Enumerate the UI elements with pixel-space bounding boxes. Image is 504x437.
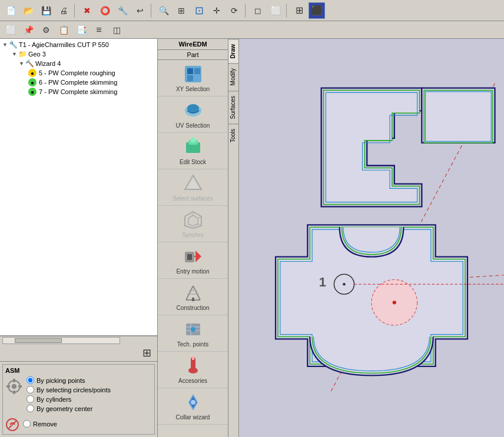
s7-button[interactable]: ◫ bbox=[108, 22, 125, 38]
wire-item-tech-points[interactable]: Tech. points bbox=[158, 315, 228, 352]
tree-scrollbar[interactable] bbox=[2, 337, 120, 344]
synchro-label: Synchro bbox=[182, 232, 204, 238]
uv-selection-label: UV Selection bbox=[176, 122, 210, 129]
tab-modify[interactable]: Modify bbox=[228, 63, 238, 90]
cube-button[interactable]: ⬜ bbox=[267, 2, 284, 19]
sep3 bbox=[245, 4, 247, 18]
s1-button[interactable]: ⬜ bbox=[2, 22, 19, 38]
uv-selection-icon bbox=[183, 100, 204, 121]
tree-item-pw7[interactable]: ● 7 - PW Complete skimming bbox=[1, 87, 156, 96]
svg-rect-2 bbox=[13, 379, 15, 382]
svg-rect-10 bbox=[194, 68, 200, 74]
sep2 bbox=[151, 4, 153, 18]
svg-point-55 bbox=[393, 301, 396, 304]
tech-points-icon bbox=[183, 319, 204, 340]
entry-motion-icon bbox=[183, 246, 204, 267]
print-button[interactable]: 🖨 bbox=[55, 2, 72, 19]
tree-item-pw5[interactable]: ● 5 - PW Complete roughing bbox=[1, 68, 156, 78]
tree-item-t1[interactable]: ▼ 🔧 T1 - AgieCharmilles CUT P 550 bbox=[1, 40, 156, 49]
tree-scrollbar-area[interactable] bbox=[0, 336, 157, 344]
s3-button[interactable]: ⚙ bbox=[38, 22, 54, 38]
asm-option-cylinders[interactable]: By cylinders bbox=[26, 395, 152, 403]
tree-item-pw6[interactable]: ● 6 - PW Complete skimming bbox=[1, 78, 156, 87]
tree-item-wizard4[interactable]: ▼ 🔨 Wizard 4 bbox=[1, 59, 156, 68]
s2-button[interactable]: 📌 bbox=[20, 22, 37, 38]
wire-panel: WireEDM Part XY Selection bbox=[158, 39, 228, 437]
svg-rect-17 bbox=[191, 138, 195, 142]
svg-rect-5 bbox=[18, 385, 22, 388]
tab-draw[interactable]: Draw bbox=[228, 39, 238, 63]
asm-panel: ASM By picking point bbox=[2, 364, 155, 435]
svg-point-39 bbox=[191, 327, 195, 332]
wire-item-uv-selection[interactable]: UV Selection bbox=[158, 96, 228, 133]
s6-button[interactable]: ≡ bbox=[91, 22, 107, 38]
wire-item-xy-selection[interactable]: XY Selection bbox=[158, 60, 228, 96]
wire-item-construction[interactable]: Construction bbox=[158, 279, 228, 315]
asm-gear-icon bbox=[5, 378, 23, 395]
svg-marker-21 bbox=[188, 215, 198, 226]
save-button[interactable]: 💾 bbox=[38, 2, 54, 19]
wire-panel-items: XY Selection UV Selection bbox=[158, 60, 228, 437]
tab-surfaces[interactable]: Surfaces bbox=[228, 91, 238, 124]
active-button[interactable]: ⬛ bbox=[309, 2, 325, 19]
asm-option-picking[interactable]: By picking points bbox=[26, 376, 152, 384]
svg-point-45 bbox=[191, 400, 195, 405]
svg-rect-3 bbox=[13, 391, 15, 394]
svg-marker-19 bbox=[187, 179, 199, 188]
view3d-button[interactable]: ◻ bbox=[250, 2, 266, 19]
top-toolbar: 📄 📂 💾 🖨 ✖ ⭕ 🔧 ↩ 🔍 ⊞ ⊡ ✛ ⟳ ◻ ⬜ ⊞ ⬛ bbox=[0, 0, 504, 21]
remove-icon bbox=[5, 418, 19, 432]
asm-option-geometry[interactable]: By geometry center bbox=[26, 405, 152, 412]
delete-button[interactable]: ✖ bbox=[79, 2, 95, 19]
asm-remove-row[interactable]: Remove bbox=[23, 420, 57, 428]
fit-button[interactable]: ⊡ bbox=[191, 2, 207, 19]
asm-option-circles[interactable]: By selecting circles/points bbox=[26, 386, 152, 393]
open-button[interactable]: 📂 bbox=[20, 2, 37, 19]
svg-rect-9 bbox=[187, 68, 193, 74]
tree-item-geo3[interactable]: ▼ 📁 Geo 3 bbox=[1, 49, 156, 59]
wire-btn[interactable]: ⊞ bbox=[291, 2, 307, 19]
select-surfaces-icon bbox=[183, 173, 204, 194]
left-bottom-toolbar: ⊞ bbox=[0, 344, 157, 362]
second-toolbar: ⬜ 📌 ⚙ 📋 📑 ≡ ◫ bbox=[0, 21, 504, 39]
svg-rect-34 bbox=[192, 298, 194, 301]
rotate-button[interactable]: ↩ bbox=[132, 2, 148, 19]
s4-button[interactable]: 📋 bbox=[55, 22, 72, 38]
panel-settings-button[interactable]: ⊞ bbox=[138, 345, 155, 361]
edit-stock-icon bbox=[183, 136, 204, 158]
wire-item-synchro[interactable]: Synchro bbox=[158, 206, 228, 242]
tab-tools[interactable]: Tools bbox=[228, 124, 238, 147]
zoom-button[interactable]: 🔍 bbox=[155, 2, 172, 19]
wire-item-edit-stock[interactable]: Edit Stock bbox=[158, 133, 228, 169]
accesories-icon bbox=[183, 355, 204, 376]
svg-rect-26 bbox=[187, 254, 192, 260]
move-button[interactable]: ✛ bbox=[208, 2, 225, 19]
svg-point-53 bbox=[343, 283, 346, 286]
svg-line-7 bbox=[9, 421, 16, 428]
transform-button[interactable]: ⟳ bbox=[226, 2, 243, 19]
svg-text:1: 1 bbox=[319, 275, 326, 289]
tree-scrollbar-thumb[interactable] bbox=[15, 338, 62, 343]
circle-button[interactable]: ⭕ bbox=[97, 2, 113, 19]
wire-panel-header: WireEDM bbox=[158, 39, 228, 50]
svg-rect-42 bbox=[192, 356, 194, 360]
wire-item-collar-wizard[interactable]: Collar wizard bbox=[158, 388, 228, 425]
new-button[interactable]: 📄 bbox=[2, 2, 19, 19]
construction-label: Construction bbox=[176, 305, 209, 311]
wire-item-select-surfaces[interactable]: Select surfaces bbox=[158, 169, 228, 206]
svg-point-1 bbox=[12, 384, 16, 389]
wire-item-entry-motion[interactable]: Entry motion bbox=[158, 242, 228, 279]
zoombox-button[interactable]: ⊞ bbox=[173, 2, 190, 19]
asm-title: ASM bbox=[5, 367, 152, 374]
tree-area: ▼ 🔧 T1 - AgieCharmilles CUT P 550 ▼ 📁 Ge… bbox=[0, 39, 157, 336]
svg-rect-4 bbox=[6, 385, 10, 388]
svg-rect-11 bbox=[187, 75, 193, 81]
wire-panel-sub: Part bbox=[158, 50, 228, 60]
s5-button[interactable]: 📑 bbox=[73, 22, 89, 38]
side-tabs: Draw Modify Surfaces Tools bbox=[228, 39, 239, 437]
wire-item-accesories[interactable]: Accesories bbox=[158, 352, 228, 388]
select-surfaces-label: Select surfaces bbox=[173, 195, 213, 202]
synchro-icon bbox=[183, 209, 204, 231]
pick-button[interactable]: 🔧 bbox=[114, 2, 131, 19]
canvas-area: 1 bbox=[239, 39, 504, 437]
